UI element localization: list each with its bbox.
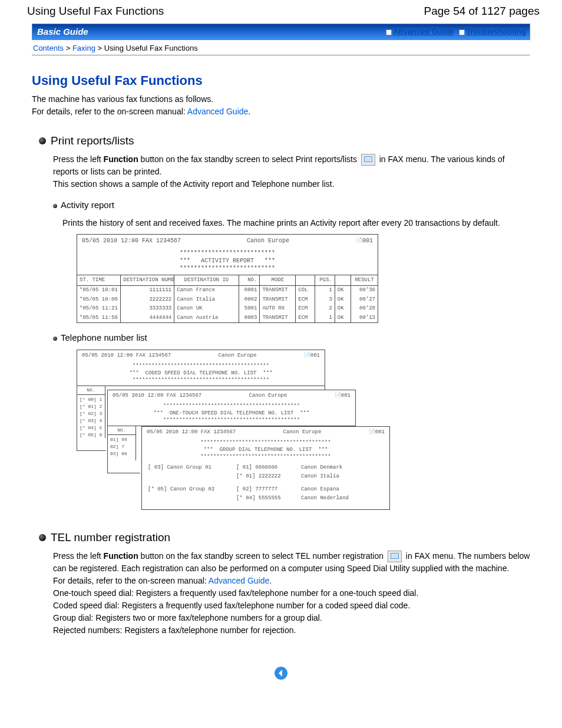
fax-menu-icon [361,154,375,166]
sub-activity-report-title: Activity report [61,200,114,210]
link-box-icon [459,29,465,35]
banner-label: Basic Guide [37,27,88,37]
bullet-icon [39,534,46,541]
section-tel-reg-title: TEL number registration [51,531,170,544]
reg-group: Group dial: Registers two or more fax/te… [53,612,530,624]
intro-line2: For details, refer to the on-screen manu… [32,107,187,116]
activity-report-sample: 05/05 2010 12:00 FAX 1234567 Canon Europ… [77,234,378,324]
page-title: Using Useful Fax Functions [32,73,530,88]
reg-rejected: Rejected numbers: Registers a fax/teleph… [53,624,530,637]
link-advanced-guide[interactable]: Advanced Guide [393,27,454,36]
back-button[interactable] [274,673,288,682]
fax-menu-icon [388,551,402,562]
reg-coded: Coded speed dial: Registers a frequently… [53,599,530,612]
section1-para2: This section shows a sample of the Activ… [53,178,530,190]
crumb-contents[interactable]: Contents [33,44,64,52]
sub-tel-list-title: Telephone number list [61,332,147,342]
crumb-current: Using Useful Fax Functions [104,44,198,52]
link-box-icon [386,29,392,35]
back-arrow-icon [274,666,288,680]
reg-onetouch: One-touch speed dial: Registers a freque… [53,587,530,599]
bullet-small-icon [53,204,57,208]
doc-header-left: Using Useful Fax Functions [27,5,164,18]
bullet-icon [39,137,46,144]
function-word: Function [104,154,138,164]
doc-header-right: Page 54 of 1127 pages [424,5,540,18]
link-advanced-guide-inline[interactable]: Advanced Guide [187,107,249,116]
function-word: Function [104,551,138,561]
link-troubleshooting[interactable]: Troubleshooting [466,27,526,36]
link-advanced-guide-inline2[interactable]: Advanced Guide [209,576,270,585]
breadcrumb: Contents > Faxing > Using Useful Fax Fun… [32,41,530,55]
sub-activity-report-body: Prints the history of sent and received … [62,217,530,229]
bullet-small-icon [53,337,57,341]
telephone-list-sample: 05/05 2010 12:00 FAX 1234567 Canon Europ… [77,350,530,515]
banner-basic-guide: Basic Guide Advanced Guide Troubleshooti… [32,24,530,40]
intro-line1: The machine has various fax functions as… [32,93,530,106]
section-print-reports-title: Print reports/lists [51,134,134,147]
crumb-faxing[interactable]: Faxing [72,44,95,52]
